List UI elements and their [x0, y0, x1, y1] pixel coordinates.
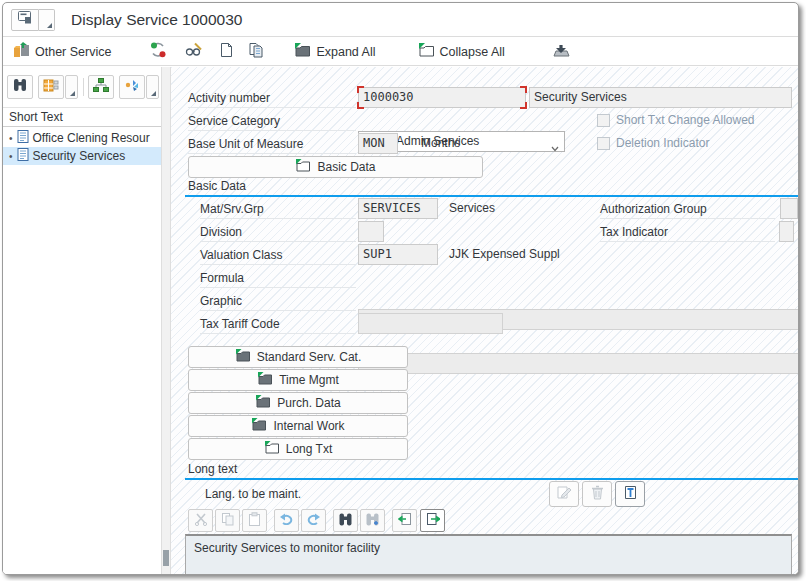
paste-button[interactable] — [242, 509, 267, 532]
tree-item-label: Office Clening Resour — [33, 131, 150, 145]
checkbox-label: Deletion Indicator — [616, 136, 709, 150]
tree-toolbar — [7, 74, 160, 99]
cut-button[interactable] — [188, 509, 213, 532]
find-next-button[interactable] — [360, 509, 385, 532]
paste-clipboard-icon — [248, 512, 261, 529]
position-dropdown[interactable] — [65, 75, 78, 99]
display-change-icon — [185, 42, 203, 61]
binoculars-plus-icon — [365, 513, 380, 529]
tax-indicator-field[interactable] — [779, 221, 794, 242]
binoculars-icon — [338, 513, 353, 529]
checkbox-icon — [597, 137, 610, 150]
short-text-field[interactable]: Security Services — [529, 87, 792, 108]
chevron-down-icon — [551, 139, 559, 145]
valuation-class-desc: JJK Expensed Suppl — [449, 244, 560, 265]
internal-work-button[interactable]: Internal Work — [188, 415, 408, 437]
service-category-label: Service Category — [188, 111, 356, 131]
session-menu-button[interactable] — [11, 9, 39, 31]
title-bar: Display Service 1000030 — [3, 3, 798, 37]
more-functions-button[interactable] — [547, 40, 575, 64]
insert-from-clipboard-button[interactable] — [392, 509, 417, 532]
copy-text-button[interactable] — [215, 509, 240, 532]
activity-number-value: 1000030 — [363, 90, 414, 104]
tree-scrollbar[interactable] — [161, 67, 171, 574]
mat-srv-grp-label: Mat/Srv.Grp — [200, 199, 356, 219]
mat-srv-grp-desc: Services — [449, 198, 495, 219]
time-mgmt-button[interactable]: Time Mgmt — [188, 369, 408, 391]
dropdown-corner-icon — [151, 91, 156, 96]
long-txt-button[interactable]: Long Txt — [188, 438, 408, 460]
long-text-content: Security Services to monitor facility — [194, 541, 380, 555]
cursor-corner — [520, 102, 527, 109]
section-underline — [185, 478, 798, 480]
edit-text-button[interactable] — [549, 481, 579, 507]
short-txt-change-allowed-checkbox[interactable]: Short Txt Change Allowed — [597, 110, 755, 130]
tree-column-header: Short Text — [3, 107, 161, 127]
expand-all-label: Expand All — [316, 45, 375, 59]
page-title: Display Service 1000030 — [71, 11, 242, 29]
base-unit-field[interactable]: MON — [358, 133, 398, 154]
text-editor-button[interactable] — [615, 481, 645, 507]
hierarchy-button[interactable] — [88, 75, 114, 99]
cursor-corner — [520, 86, 527, 93]
sap-window: Display Service 1000030 Other Service — [2, 2, 799, 575]
session-menu-dropdown[interactable] — [39, 9, 55, 31]
dropdown-corner-icon — [47, 23, 52, 28]
mat-srv-grp-field[interactable]: SERVICES — [358, 198, 438, 219]
tax-tariff-code-label: Tax Tariff Code — [200, 314, 356, 334]
long-text-editor[interactable]: Security Services to monitor facility — [185, 534, 792, 574]
section-button-label: Time Mgmt — [279, 373, 339, 387]
collapse-all-button[interactable]: Collapse All — [412, 40, 511, 63]
sort-dropdown[interactable] — [146, 75, 159, 99]
other-service-icon — [13, 42, 30, 61]
export-text-button[interactable] — [420, 509, 445, 532]
basic-data-button-label: Basic Data — [317, 160, 375, 174]
scrollbar-thumb[interactable] — [163, 550, 169, 566]
deletion-indicator-checkbox[interactable]: Deletion Indicator — [597, 133, 709, 153]
find-button[interactable] — [7, 75, 33, 99]
tree-item-security-services[interactable]: Security Services — [3, 147, 161, 165]
section-button-label: Standard Serv. Cat. — [257, 350, 362, 364]
create-button[interactable] — [214, 39, 239, 64]
tree-item-office-cleaning[interactable]: Office Clening Resour — [3, 129, 161, 147]
formula-label: Formula — [200, 268, 356, 288]
find-text-button[interactable] — [333, 509, 358, 532]
basic-data-section-title: Basic Data — [188, 179, 246, 193]
tree-item-list: Office Clening Resour Security Services — [3, 129, 161, 165]
undo-button[interactable] — [274, 509, 299, 532]
activity-number-field[interactable]: 1000030 — [358, 87, 526, 108]
sort-button[interactable] — [119, 75, 145, 99]
standard-serv-cat-button[interactable]: Standard Serv. Cat. — [188, 346, 408, 368]
service-tree-panel: Short Text Office Clening Resour Securit… — [3, 67, 161, 574]
long-text-section-title: Long text — [188, 462, 237, 476]
activity-number-label: Activity number — [188, 88, 356, 108]
undo-arrow-icon — [279, 513, 294, 528]
other-service-button[interactable]: Other Service — [7, 39, 117, 64]
other-service-label: Other Service — [35, 45, 111, 59]
toolbar-separator — [83, 78, 84, 96]
text-editor-icon — [624, 485, 637, 503]
tax-tariff-code-field[interactable] — [358, 313, 503, 334]
division-field[interactable] — [358, 221, 384, 242]
expand-all-icon — [294, 43, 311, 60]
checkbox-icon — [597, 114, 610, 127]
folder-open-icon — [264, 441, 280, 457]
refresh-button[interactable] — [145, 39, 172, 64]
valuation-class-field[interactable]: SUP1 — [358, 244, 438, 265]
graphic-select[interactable] — [358, 353, 798, 374]
position-button[interactable] — [38, 75, 64, 99]
purch-data-button[interactable]: Purch. Data — [188, 392, 408, 414]
copy-button[interactable] — [243, 39, 270, 64]
display-change-button[interactable] — [180, 39, 208, 64]
tree-item-label: Security Services — [33, 149, 126, 163]
checkbox-label: Short Txt Change Allowed — [616, 113, 755, 127]
basic-data-collapse-button[interactable]: Basic Data — [188, 156, 483, 178]
application-toolbar: Other Service Expand All — [3, 38, 798, 66]
authorization-group-field[interactable] — [780, 198, 798, 219]
expand-all-button[interactable]: Expand All — [288, 40, 381, 63]
delete-text-button[interactable] — [582, 481, 612, 507]
redo-button[interactable] — [301, 509, 326, 532]
cut-scissors-icon — [194, 513, 208, 529]
base-unit-desc: Months — [421, 133, 460, 154]
redo-arrow-icon — [306, 513, 321, 528]
